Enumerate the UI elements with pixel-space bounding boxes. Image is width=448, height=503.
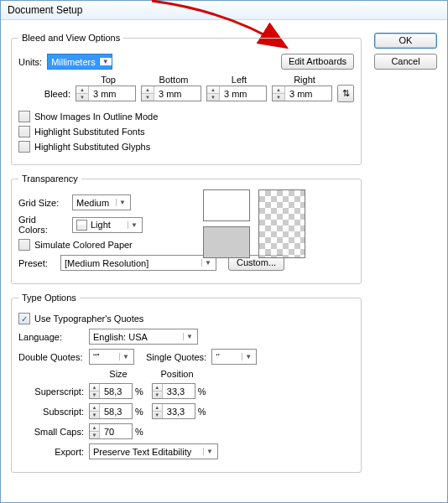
preset-label: Preset: [18,258,55,268]
chevron-down-icon: ▼ [183,333,195,340]
titlebar: Document Setup [1,1,447,20]
bleed-right-stepper[interactable]: ▲▼3 mm [272,86,332,101]
units-select[interactable]: Millimeters▼ [47,54,112,70]
bleed-bottom-stepper[interactable]: ▲▼3 mm [141,86,201,101]
link-icon[interactable]: ⇅ [337,85,354,102]
group-transparency: Transparency Grid Size: Medium▼ Grid Col… [11,174,362,284]
smallcaps-stepper[interactable]: ▲▼70 [89,423,133,439]
double-quotes-label: Double Quotes: [18,352,84,362]
swatch-top[interactable] [203,189,250,221]
subscript-size-stepper[interactable]: ▲▼58,3 [89,403,133,419]
subscript-label: Subscript: [18,407,84,417]
checkbox-icon [18,111,30,122]
edit-artboards-button[interactable]: Edit Artboards [281,54,354,70]
chevron-down-icon: ▼ [99,58,112,65]
checkbox-icon [18,239,30,251]
single-quotes-select[interactable]: ‘’▼ [211,349,257,365]
superscript-size-stepper[interactable]: ▲▼58,3 [89,383,133,399]
grid-colors-label: Grid Colors: [18,215,67,235]
grid-size-select[interactable]: Medium▼ [72,194,131,210]
grid-colors-select[interactable]: Light▼ [72,217,143,233]
window-title: Document Setup [8,4,82,16]
language-label: Language: [18,332,84,342]
chevron-down-icon: ▼ [119,353,132,360]
double-quotes-select[interactable]: “”▼ [89,349,134,365]
chk-typographers-quotes[interactable]: ✓Use Typographer's Quotes [18,313,354,324]
export-label: Export: [18,447,84,457]
grid-size-label: Grid Size: [18,198,67,208]
legend-type-options: Type Options [18,293,80,303]
units-value: Millimeters [51,57,96,67]
units-label: Units: [18,57,42,67]
checkbox-icon [18,126,30,137]
hdr-bottom: Bottom [141,75,206,85]
bleed-headers: Top Bottom Left Right [76,75,354,85]
ok-button[interactable]: OK [374,33,437,49]
legend-bleed-view: Bleed and View Options [18,33,123,43]
chevron-down-icon: ▼ [203,448,216,455]
chevron-down-icon: ▼ [116,199,128,206]
superscript-pos-stepper[interactable]: ▲▼33,3 [152,383,195,399]
size-header: Size [89,369,148,379]
preset-select[interactable]: [Medium Resolution]▼ [60,255,216,271]
chevron-down-icon: ▼ [242,353,254,360]
legend-transparency: Transparency [18,174,81,184]
language-select[interactable]: English: USA▼ [89,329,198,345]
grid-swatch-icon [76,220,87,231]
cancel-button[interactable]: Cancel [374,54,437,70]
checkbox-icon: ✓ [18,313,30,324]
transparency-swatches [203,189,305,258]
hdr-top: Top [76,75,141,85]
swatch-bottom[interactable] [203,226,250,258]
chevron-down-icon: ▼ [128,221,140,229]
chevron-down-icon: ▼ [201,259,214,267]
hdr-left: Left [206,75,272,85]
subscript-pos-stepper[interactable]: ▲▼33,3 [152,403,195,419]
dialog-document-setup: Document Setup Bleed and View Options Un… [0,0,448,503]
position-header: Position [148,369,206,379]
group-bleed-view: Bleed and View Options Units: Millimeter… [11,33,362,165]
bleed-left-stepper[interactable]: ▲▼3 mm [206,86,267,101]
hdr-right: Right [272,75,337,85]
bleed-top-stepper[interactable]: ▲▼3 mm [76,86,136,101]
chk-substituted-glyphs[interactable]: Highlight Substituted Glyphs [18,141,354,153]
smallcaps-label: Small Caps: [18,427,84,437]
chk-substituted-fonts[interactable]: Highlight Substituted Fonts [18,126,354,137]
chk-outline-mode[interactable]: Show Images In Outline Mode [18,111,354,122]
superscript-label: Superscript: [18,386,84,397]
checkbox-icon [18,141,30,153]
single-quotes-label: Single Quotes: [146,352,206,362]
group-type-options: Type Options ✓Use Typographer's Quotes L… [11,293,362,473]
export-select[interactable]: Preserve Text Editability▼ [89,443,218,459]
bleed-label: Bleed: [18,89,70,99]
checker-preview [258,189,305,258]
